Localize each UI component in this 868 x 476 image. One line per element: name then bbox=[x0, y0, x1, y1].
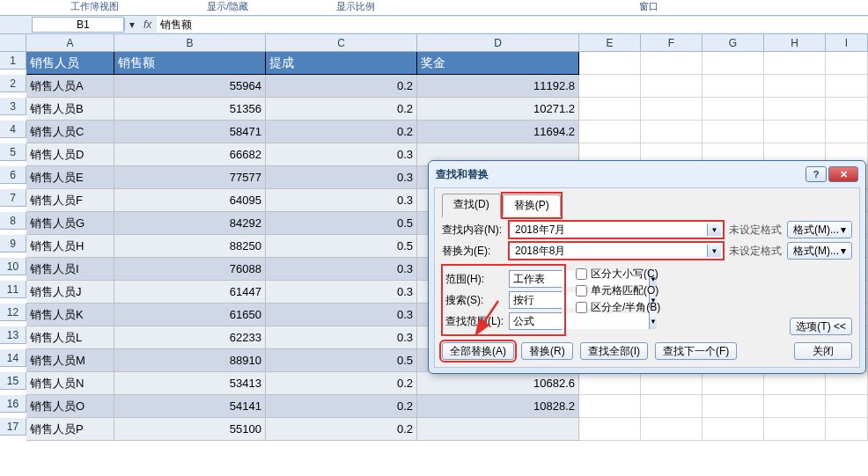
cell[interactable]: 0.5 bbox=[266, 212, 417, 235]
cell[interactable] bbox=[826, 75, 868, 98]
cell[interactable] bbox=[764, 372, 826, 395]
search-direction-select[interactable]: ▼ bbox=[509, 291, 562, 309]
cell[interactable] bbox=[579, 98, 641, 121]
row-header-10[interactable]: 10 bbox=[0, 258, 26, 275]
cell[interactable]: 0.2 bbox=[266, 418, 417, 441]
cell[interactable]: 销售人员F bbox=[26, 189, 114, 212]
cell[interactable] bbox=[764, 121, 826, 143]
cell[interactable] bbox=[417, 418, 579, 441]
cell[interactable]: 销售人员I bbox=[26, 258, 114, 281]
cell[interactable]: 0.3 bbox=[266, 189, 417, 212]
find-input[interactable] bbox=[511, 223, 707, 236]
cell[interactable]: 销售人员L bbox=[26, 326, 114, 349]
cell[interactable]: 0.5 bbox=[266, 235, 417, 258]
cell[interactable]: 88250 bbox=[114, 235, 266, 258]
cell[interactable]: 61447 bbox=[114, 281, 266, 304]
column-header-F[interactable]: F bbox=[641, 34, 702, 52]
row-header-11[interactable]: 11 bbox=[0, 281, 26, 298]
options-button[interactable]: 选项(T) << bbox=[790, 318, 852, 335]
find-history-dropdown[interactable]: ▼ bbox=[707, 223, 721, 236]
cell[interactable] bbox=[764, 395, 826, 418]
cell[interactable] bbox=[826, 98, 868, 121]
find-next-button[interactable]: 查找下一个(F) bbox=[655, 342, 737, 360]
cell[interactable]: 55964 bbox=[114, 75, 266, 98]
cell[interactable]: 0.3 bbox=[266, 166, 417, 189]
cell[interactable] bbox=[641, 418, 702, 441]
column-header-G[interactable]: G bbox=[702, 34, 764, 52]
match-whole-checkbox[interactable] bbox=[576, 285, 587, 297]
name-box-dropdown[interactable]: ▾ bbox=[124, 18, 138, 31]
tab-find[interactable]: 查找(D) bbox=[442, 194, 501, 217]
cell[interactable] bbox=[826, 395, 868, 418]
find-format-button[interactable]: 格式(M)...▾ bbox=[787, 221, 852, 238]
cell[interactable]: 销售人员E bbox=[26, 166, 114, 189]
cell[interactable] bbox=[826, 52, 868, 75]
row-header-7[interactable]: 7 bbox=[0, 189, 26, 207]
cell[interactable] bbox=[702, 98, 764, 121]
replace-format-button[interactable]: 格式(M)...▾ bbox=[787, 242, 852, 260]
find-input-combo[interactable]: ▼ bbox=[509, 221, 724, 238]
cell[interactable] bbox=[579, 395, 641, 418]
column-header-E[interactable]: E bbox=[579, 34, 641, 52]
find-all-button[interactable]: 查找全部(I) bbox=[580, 342, 648, 360]
cell[interactable] bbox=[641, 52, 702, 75]
row-header-14[interactable]: 14 bbox=[0, 349, 26, 367]
cell[interactable]: 销售人员J bbox=[26, 281, 114, 304]
match-case-checkbox[interactable] bbox=[576, 268, 587, 280]
cell[interactable]: 64095 bbox=[114, 189, 266, 212]
column-header-A[interactable]: A bbox=[26, 34, 114, 52]
cell[interactable]: 84292 bbox=[114, 212, 266, 235]
column-header-B[interactable]: B bbox=[114, 34, 266, 52]
replace-input[interactable] bbox=[511, 245, 707, 257]
cell[interactable]: 77577 bbox=[114, 166, 266, 189]
cell[interactable] bbox=[641, 121, 702, 143]
cell[interactable]: 0.5 bbox=[266, 349, 417, 372]
row-header-9[interactable]: 9 bbox=[0, 235, 26, 253]
cell[interactable]: 88910 bbox=[114, 349, 266, 372]
row-header-16[interactable]: 16 bbox=[0, 395, 26, 413]
cell[interactable]: 0.3 bbox=[266, 281, 417, 304]
row-header-2[interactable]: 2 bbox=[0, 75, 26, 92]
header-cell[interactable]: 销售额 bbox=[114, 52, 266, 75]
row-header-13[interactable]: 13 bbox=[0, 326, 26, 344]
column-header-H[interactable]: H bbox=[764, 34, 826, 52]
cell[interactable]: 销售人员H bbox=[26, 235, 114, 258]
row-header-8[interactable]: 8 bbox=[0, 212, 26, 230]
cell[interactable] bbox=[702, 418, 764, 441]
row-header-12[interactable]: 12 bbox=[0, 304, 26, 321]
cell[interactable] bbox=[826, 121, 868, 143]
replace-input-combo[interactable]: ▼ bbox=[509, 242, 724, 260]
cell[interactable]: 销售人员K bbox=[26, 304, 114, 326]
header-cell[interactable]: 奖金 bbox=[417, 52, 579, 75]
cell[interactable]: 销售人员C bbox=[26, 121, 114, 143]
cell[interactable]: 0.3 bbox=[266, 143, 417, 166]
cell[interactable]: 销售人员G bbox=[26, 212, 114, 235]
cell[interactable]: 61650 bbox=[114, 304, 266, 326]
replace-all-button[interactable]: 全部替换(A) bbox=[442, 342, 514, 360]
cell[interactable] bbox=[702, 52, 764, 75]
cell[interactable] bbox=[641, 372, 702, 395]
row-header-3[interactable]: 3 bbox=[0, 98, 26, 115]
cell[interactable]: 10828.2 bbox=[417, 395, 579, 418]
cell[interactable] bbox=[764, 98, 826, 121]
cell[interactable]: 销售人员P bbox=[26, 418, 114, 441]
name-box[interactable]: B1 bbox=[32, 17, 124, 33]
cell[interactable] bbox=[702, 372, 764, 395]
close-button[interactable]: 关闭 bbox=[794, 342, 852, 360]
cell[interactable] bbox=[641, 98, 702, 121]
row-header-6[interactable]: 6 bbox=[0, 166, 26, 184]
range-select[interactable]: ▼ bbox=[509, 270, 562, 288]
cell[interactable] bbox=[826, 372, 868, 395]
tab-replace[interactable]: 替换(P) bbox=[503, 194, 561, 216]
cell[interactable]: 0.2 bbox=[266, 395, 417, 418]
cell[interactable] bbox=[641, 395, 702, 418]
cell[interactable] bbox=[641, 75, 702, 98]
cell[interactable]: 11192.8 bbox=[417, 75, 579, 98]
cell[interactable] bbox=[764, 75, 826, 98]
cell[interactable]: 销售人员O bbox=[26, 395, 114, 418]
row-header-15[interactable]: 15 bbox=[0, 372, 26, 390]
cell[interactable]: 0.2 bbox=[266, 98, 417, 121]
cell[interactable]: 0.3 bbox=[266, 304, 417, 326]
header-cell[interactable]: 销售人员 bbox=[26, 52, 114, 75]
cell[interactable]: 0.2 bbox=[266, 372, 417, 395]
